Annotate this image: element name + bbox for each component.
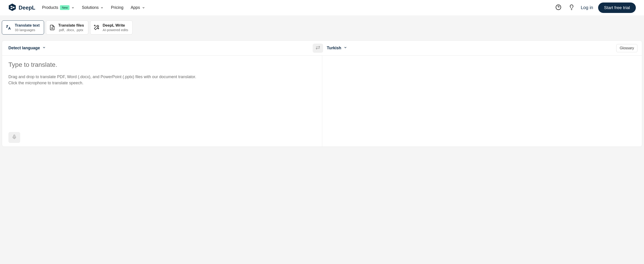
idea-button[interactable] (568, 4, 576, 12)
target-text-panel (322, 56, 642, 147)
target-language-selector[interactable]: Turkish (327, 46, 354, 51)
tab-translate-text[interactable]: Translate text 33 languages (2, 21, 44, 35)
header-left: DeepL Products New Solutions Pricing App… (8, 3, 145, 12)
nav-products-label: Products (42, 5, 58, 10)
target-lang-area: Turkish Glossary (327, 44, 642, 52)
nav-pricing[interactable]: Pricing (111, 5, 123, 10)
translator-panel: Detect language Turkish (2, 41, 642, 147)
target-language-label: Turkish (327, 46, 341, 51)
logo[interactable]: DeepL (8, 3, 35, 12)
magic-wand-icon (94, 25, 100, 31)
logo-text: DeepL (18, 5, 35, 11)
source-language-selector[interactable]: Detect language (2, 46, 313, 51)
swap-languages-button[interactable] (313, 44, 323, 53)
main-nav: Products New Solutions Pricing Apps (42, 5, 145, 10)
chevron-down-icon (42, 46, 46, 51)
svg-point-1 (11, 6, 12, 7)
nav-apps[interactable]: Apps (131, 5, 145, 10)
tab-text-group: Translate files .pdf, .docx, .pptx (58, 23, 84, 32)
site-header: DeepL Products New Solutions Pricing App… (0, 0, 644, 16)
hint-line-2: Click the microphone to translate speech… (8, 80, 316, 86)
tab-deepl-write[interactable]: DeepL Write AI-powered edits (90, 21, 132, 35)
chevron-down-icon (71, 6, 74, 9)
chevron-down-icon (100, 6, 104, 9)
hint-text: Drag and drop to translate PDF, Word (.d… (8, 74, 316, 86)
svg-rect-8 (14, 135, 15, 137)
content-area: Translate text 33 languages Translate fi… (0, 16, 644, 147)
svg-marker-0 (9, 4, 16, 11)
header-right: Log in Start free trial (554, 3, 636, 13)
source-placeholder: Type to translate. (8, 61, 316, 68)
tab-title: DeepL Write (103, 23, 128, 28)
mode-tabs: Translate text 33 languages Translate fi… (2, 21, 642, 35)
translator-body: Type to translate. Drag and drop to tran… (2, 56, 642, 147)
help-button[interactable] (554, 4, 562, 12)
logo-icon (8, 3, 16, 12)
help-icon (556, 4, 561, 11)
chevron-down-icon (344, 46, 347, 51)
tab-subtitle: 33 languages (15, 28, 40, 32)
login-link[interactable]: Log in (581, 5, 593, 10)
glossary-button[interactable]: Glossary (616, 44, 638, 52)
badge-new: New (60, 5, 70, 10)
nav-products[interactable]: Products New (42, 5, 74, 10)
svg-point-3 (13, 7, 14, 8)
nav-pricing-label: Pricing (111, 5, 123, 10)
tab-title: Translate text (15, 23, 40, 28)
lightbulb-icon (568, 4, 574, 11)
source-lang-area: Detect language (2, 46, 313, 51)
tab-subtitle: .pdf, .docx, .pptx (58, 28, 84, 32)
swap-icon (316, 45, 320, 51)
tab-subtitle: AI-powered edits (103, 28, 128, 32)
tab-title: Translate files (58, 23, 84, 28)
chevron-down-icon (142, 6, 145, 9)
microphone-button[interactable] (8, 132, 20, 143)
tab-text-group: DeepL Write AI-powered edits (103, 23, 128, 32)
translate-text-icon (5, 24, 12, 31)
tab-text-group: Translate text 33 languages (15, 23, 40, 32)
nav-solutions-label: Solutions (82, 5, 98, 10)
nav-apps-label: Apps (131, 5, 140, 10)
source-text-panel[interactable]: Type to translate. Drag and drop to tran… (2, 56, 322, 147)
hint-line-1: Drag and drop to translate PDF, Word (.d… (8, 74, 316, 80)
source-language-label: Detect language (8, 46, 40, 51)
start-free-trial-button[interactable]: Start free trial (598, 3, 636, 13)
microphone-icon (12, 134, 17, 140)
translator-header: Detect language Turkish (2, 41, 642, 56)
tab-translate-files[interactable]: Translate files .pdf, .docx, .pptx (46, 21, 88, 35)
file-icon (49, 25, 55, 31)
nav-solutions[interactable]: Solutions (82, 5, 104, 10)
svg-point-2 (11, 8, 12, 9)
